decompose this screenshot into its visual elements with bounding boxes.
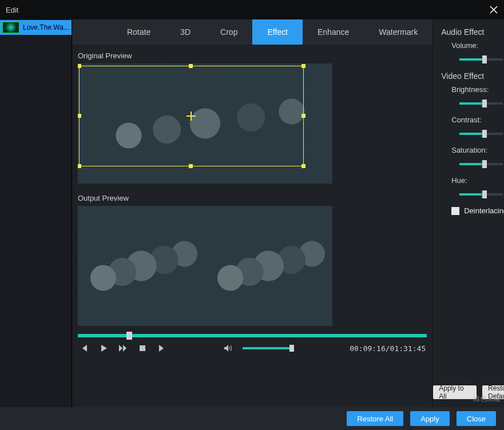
file-thumbnail (2, 22, 19, 33)
play-icon[interactable] (98, 343, 109, 353)
timeline-track[interactable] (78, 334, 427, 337)
deinterlacing-checkbox[interactable] (451, 207, 459, 215)
volume-knob[interactable] (289, 345, 294, 352)
window-title: Edit (6, 6, 18, 14)
file-item[interactable]: Love.The.Wa... (0, 20, 72, 35)
apply-button[interactable]: Apply (410, 411, 450, 426)
saturation-label: Saturation: (451, 146, 504, 154)
main-area: Love.The.Wa... Rotate 3D Crop Effect Enh… (0, 19, 504, 407)
apply-to-all-button[interactable]: Apply to All (433, 385, 477, 399)
timeline[interactable] (78, 334, 427, 337)
close-icon[interactable] (489, 5, 498, 14)
video-effect-heading: Video Effect (441, 71, 504, 81)
original-preview-label: Original Preview (78, 51, 427, 60)
tab-bar: Rotate 3D Crop Effect Enhance Watermark (72, 19, 432, 45)
crop-handle[interactable] (189, 64, 193, 68)
crop-handle[interactable] (78, 114, 81, 118)
timeline-thumb[interactable] (126, 332, 132, 340)
file-list: Love.The.Wa... (0, 19, 72, 407)
slider-knob[interactable] (482, 190, 487, 198)
tab-enhance[interactable]: Enhance (303, 19, 364, 45)
tab-crop[interactable]: Crop (205, 19, 252, 45)
tab-effect[interactable]: Effect (252, 19, 303, 45)
audio-effect-heading: Audio Effect (441, 27, 504, 37)
volume-slider[interactable] (243, 347, 294, 349)
original-preview[interactable] (78, 63, 332, 184)
tab-rotate[interactable]: Rotate (112, 19, 165, 45)
crop-handle[interactable] (78, 64, 81, 68)
slider-knob[interactable] (482, 99, 487, 108)
stop-icon[interactable] (137, 343, 148, 353)
restore-all-button[interactable]: Restore All (347, 411, 403, 426)
crop-handle[interactable] (189, 164, 193, 168)
output-preview (78, 206, 332, 326)
volume-label: Volume: (451, 41, 504, 50)
svg-rect-0 (140, 345, 145, 351)
time-display: 00:09:16/01:31:45 (350, 344, 426, 353)
crop-rectangle[interactable] (79, 66, 304, 166)
hue-slider[interactable] (459, 193, 503, 196)
volume-effect-slider[interactable] (459, 58, 503, 61)
crop-handle[interactable] (78, 164, 81, 168)
brightness-slider[interactable] (459, 102, 503, 105)
bottom-bar: Restore All Apply Close (0, 407, 504, 430)
restore-defaults-button[interactable]: Restore Defaults (482, 385, 504, 399)
tab-3d[interactable]: 3D (165, 19, 205, 45)
effect-panel: Audio Effect Volume: 100% ▲▼ Video Effec… (432, 19, 504, 407)
contrast-slider[interactable] (459, 133, 503, 135)
file-name: Love.The.Wa... (23, 23, 69, 31)
saturation-slider[interactable] (459, 163, 503, 165)
slider-knob[interactable] (482, 160, 487, 168)
fast-forward-icon[interactable] (118, 343, 128, 353)
prev-icon[interactable] (79, 343, 89, 353)
output-preview-label: Output Preview (78, 194, 427, 202)
contrast-label: Contrast: (451, 116, 504, 124)
crop-center-icon (186, 112, 196, 121)
title-bar: Edit (0, 0, 504, 19)
crop-handle[interactable] (301, 64, 305, 68)
crop-handle[interactable] (301, 164, 305, 168)
tab-watermark[interactable]: Watermark (364, 19, 432, 45)
next-icon[interactable] (157, 343, 167, 353)
volume-icon[interactable] (223, 343, 233, 353)
slider-knob[interactable] (482, 55, 487, 63)
playback-controls: 00:09:16/01:31:45 (72, 337, 432, 353)
crop-handle[interactable] (301, 114, 305, 118)
close-button[interactable]: Close (457, 411, 496, 426)
brightness-label: Brightness: (451, 85, 504, 94)
deinterlacing-label: Deinterlacing (464, 206, 504, 215)
center-column: Rotate 3D Crop Effect Enhance Watermark … (72, 19, 432, 407)
hue-label: Hue: (451, 176, 504, 185)
preview-area: Original Preview Output Preview (72, 45, 432, 326)
slider-knob[interactable] (482, 130, 487, 138)
